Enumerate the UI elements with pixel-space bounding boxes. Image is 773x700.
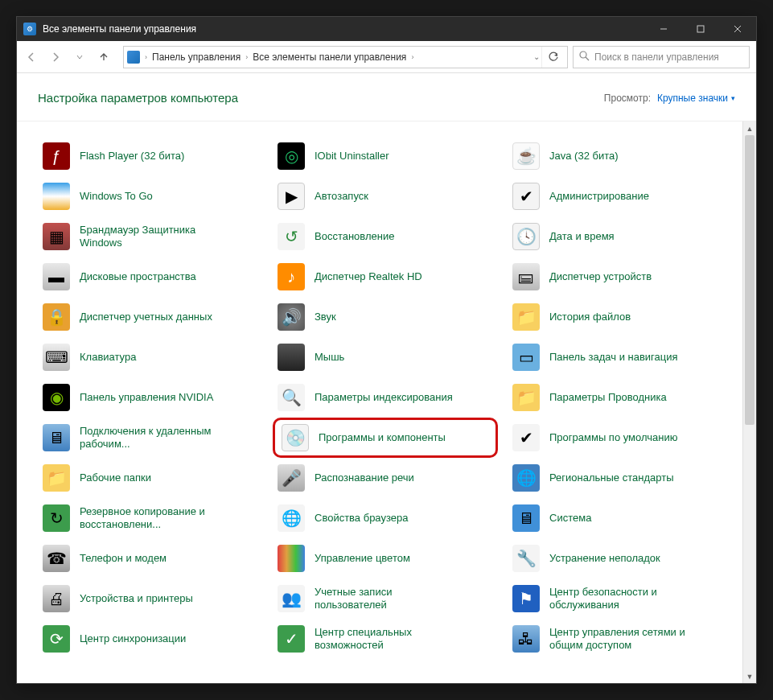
region-icon: 🌐	[512, 464, 540, 492]
control-panel-item[interactable]: ◉Панель управления NVIDIA	[38, 377, 263, 418]
item-label: Автозапуск	[315, 190, 368, 203]
chevron-right-icon[interactable]: ›	[409, 53, 415, 61]
address-dropdown[interactable]: ⌄	[532, 52, 541, 61]
folders-icon: 📁	[43, 464, 70, 492]
devmgr-icon: 🖴	[512, 263, 540, 290]
security-icon: ⚑	[512, 585, 540, 612]
control-panel-item[interactable]: ✓Центр специальных возможностей	[273, 619, 498, 659]
up-button[interactable]	[93, 46, 115, 68]
cred-icon: 🔒	[43, 303, 70, 331]
scroll-up-button[interactable]: ▲	[743, 121, 756, 135]
header: Настройка параметров компьютера Просмотр…	[17, 73, 756, 111]
item-label: Региональные стандарты	[549, 471, 673, 484]
control-panel-item[interactable]: ⌨Клавиатура	[38, 337, 263, 377]
control-panel-item[interactable]: 📁Параметры Проводника	[508, 377, 733, 418]
item-label: Центр управления сетями и общим доступом	[549, 626, 698, 653]
auto-icon: ▶	[278, 183, 305, 210]
defprog-icon: ✔	[512, 424, 540, 451]
rdp-icon: 🖥	[43, 424, 70, 451]
control-panel-item[interactable]: 🌐Региональные стандарты	[508, 458, 733, 498]
control-panel-item[interactable]: 📁История файлов	[508, 297, 733, 337]
control-panel-item[interactable]: ✔Администрирование	[508, 176, 733, 216]
control-panel-item[interactable]: 🌐Свойства браузера	[273, 498, 498, 538]
forward-button[interactable]	[44, 46, 67, 68]
control-panel-item[interactable]: 🖥Система	[508, 498, 733, 538]
control-panel-item[interactable]: ↺Восстановление	[273, 216, 498, 257]
sync-icon: ⟳	[43, 625, 70, 653]
control-panel-item[interactable]: Windows To Go	[38, 176, 263, 216]
chevron-right-icon[interactable]: ›	[143, 53, 149, 61]
item-label: Диспетчер Realtek HD	[315, 270, 422, 283]
item-label: Рабочие папки	[80, 471, 151, 484]
control-panel-item[interactable]: 🔒Диспетчер учетных данных	[38, 297, 263, 337]
item-label: IObit Uninstaller	[315, 150, 389, 163]
item-label: Диспетчер учетных данных	[80, 311, 212, 323]
control-panel-item[interactable]: ◎IObit Uninstaller	[273, 136, 498, 176]
control-panel-item[interactable]: Управление цветом	[273, 538, 498, 579]
iobit-icon: ◎	[278, 142, 305, 170]
minimize-button[interactable]	[645, 17, 682, 41]
control-panel-item[interactable]: 🖧Центр управления сетями и общим доступо…	[508, 619, 733, 659]
caption-buttons	[645, 17, 756, 41]
item-label: Брандмауэр Защитника Windows	[80, 224, 228, 250]
control-panel-item[interactable]: ▦Брандмауэр Защитника Windows	[38, 216, 263, 257]
item-label: Центр синхронизации	[80, 632, 186, 645]
control-panel-item[interactable]: 🔧Устранение неполадок	[508, 538, 733, 579]
control-panel-item[interactable]: 🖥Подключения к удаленным рабочим...	[38, 418, 263, 458]
control-panel-item[interactable]: ✔Программы по умолчанию	[508, 418, 733, 458]
app-icon: ⚙	[23, 23, 36, 35]
control-panel-item[interactable]: 📁Рабочие папки	[38, 458, 263, 498]
control-panel-item[interactable]: ⚑Центр безопасности и обслуживания	[508, 579, 733, 619]
back-button[interactable]	[20, 46, 43, 68]
address-bar[interactable]: › Панель управления › Все элементы панел…	[123, 46, 568, 68]
item-label: Программы и компоненты	[319, 431, 446, 444]
control-panel-item[interactable]: 🎤Распознавание речи	[273, 458, 498, 498]
control-panel-item[interactable]: 🖨Устройства и принтеры	[38, 579, 263, 619]
control-panel-item[interactable]: ☕Java (32 бита)	[508, 136, 733, 176]
control-panel-item[interactable]: 🕓Дата и время	[508, 216, 733, 257]
restore-icon: ↺	[278, 223, 305, 250]
taskbar-icon: ▭	[512, 344, 540, 371]
control-panel-item[interactable]: ♪Диспетчер Realtek HD	[273, 257, 498, 297]
item-label: Управление цветом	[315, 552, 410, 565]
titlebar: ⚙ Все элементы панели управления	[17, 17, 756, 41]
control-panel-item[interactable]: 👥Учетные записи пользователей	[273, 579, 498, 619]
maximize-button[interactable]	[682, 17, 719, 41]
items-panel: ƒFlash Player (32 бита)◎IObit Uninstalle…	[17, 121, 742, 683]
item-label: Подключения к удаленным рабочим...	[80, 425, 228, 451]
control-panel-item[interactable]: ▬Дисковые пространства	[38, 257, 263, 297]
control-panel-item[interactable]: Мышь	[273, 337, 498, 377]
item-label: Администрирование	[549, 190, 649, 203]
control-panel-item[interactable]: ▭Панель задач и навигация	[508, 337, 733, 377]
scrollbar[interactable]: ▲ ▼	[742, 121, 756, 683]
svg-point-4	[580, 51, 586, 58]
chevron-right-icon[interactable]: ›	[244, 53, 249, 61]
item-label: Flash Player (32 бита)	[80, 150, 184, 163]
search-placeholder: Поиск в панели управления	[594, 51, 719, 63]
system-icon: 🖥	[512, 504, 540, 532]
scroll-down-button[interactable]: ▼	[743, 669, 756, 683]
refresh-button[interactable]	[541, 47, 564, 68]
breadcrumb-seg-2[interactable]: Все элементы панели управления	[249, 47, 409, 68]
search-box[interactable]: Поиск в панели управления	[573, 46, 750, 68]
breadcrumb-seg-1[interactable]: Панель управления	[149, 47, 244, 68]
control-panel-item[interactable]: ƒFlash Player (32 бита)	[38, 136, 263, 176]
control-panel-item[interactable]: ▶Автозапуск	[273, 176, 498, 216]
devprint-icon: 🖨	[43, 585, 70, 612]
close-button[interactable]	[719, 17, 756, 41]
view-value-dropdown[interactable]: Крупные значки ▾	[657, 93, 735, 104]
netshare-icon: 🖧	[512, 625, 540, 653]
control-panel-item[interactable]: ☎Телефон и модем	[38, 538, 263, 579]
control-panel-item[interactable]: 🖴Диспетчер устройств	[508, 257, 733, 297]
mouse-icon	[278, 344, 305, 371]
item-label: Устройства и принтеры	[80, 592, 193, 605]
control-panel-item[interactable]: ↻Резервное копирование и восстановлени..…	[38, 498, 263, 538]
item-label: Дисковые пространства	[80, 270, 196, 283]
nvidia-icon: ◉	[43, 384, 70, 411]
control-panel-item[interactable]: ⟳Центр синхронизации	[38, 619, 263, 659]
scroll-thumb[interactable]	[745, 135, 754, 425]
control-panel-item[interactable]: 💿Программы и компоненты	[273, 418, 498, 458]
control-panel-item[interactable]: 🔊Звук	[273, 297, 498, 337]
control-panel-item[interactable]: 🔍Параметры индексирования	[273, 377, 498, 418]
recent-dropdown[interactable]	[68, 46, 91, 68]
